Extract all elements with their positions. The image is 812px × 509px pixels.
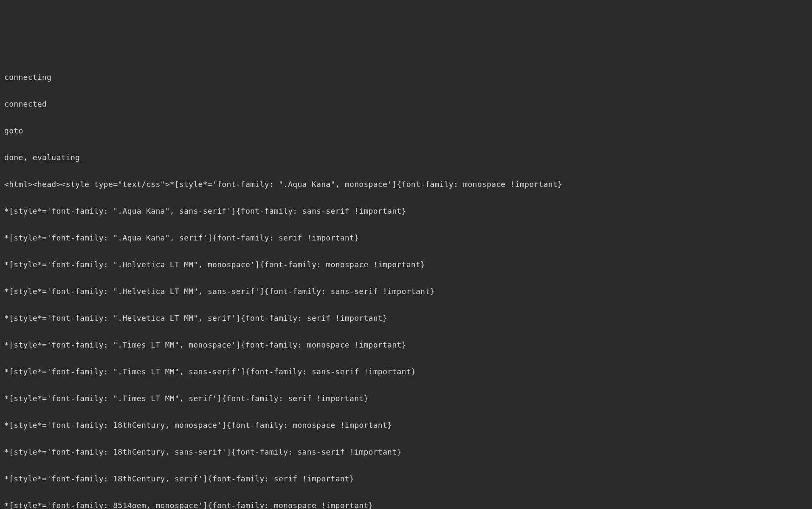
terminal-line: *[style*='font-family: ".Times LT MM", m… (4, 338, 808, 352)
terminal-line: *[style*='font-family: ".Helvetica LT MM… (4, 285, 808, 298)
terminal-line: *[style*='font-family: ".Aqua Kana", ser… (4, 231, 808, 245)
terminal-line: *[style*='font-family: 18thCentury, seri… (4, 472, 808, 486)
terminal-line: *[style*='font-family: ".Times LT MM", s… (4, 365, 808, 379)
terminal-line: goto (4, 124, 808, 138)
terminal-output: connecting connected goto done, evaluati… (4, 57, 808, 509)
terminal-line: *[style*='font-family: ".Aqua Kana", san… (4, 204, 808, 218)
terminal-line: <html><head><style type="text/css">*[sty… (4, 178, 808, 191)
terminal-line: *[style*='font-family: 8514oem, monospac… (4, 499, 808, 509)
terminal-line: connecting (4, 71, 808, 84)
terminal-line: done, evaluating (4, 151, 808, 164)
terminal-line: *[style*='font-family: ".Helvetica LT MM… (4, 311, 808, 325)
terminal-line: *[style*='font-family: ".Helvetica LT MM… (4, 258, 808, 271)
terminal-line: *[style*='font-family: 18thCentury, sans… (4, 445, 808, 459)
terminal-line: connected (4, 97, 808, 111)
terminal-line: *[style*='font-family: 18thCentury, mono… (4, 419, 808, 432)
terminal-line: *[style*='font-family: ".Times LT MM", s… (4, 392, 808, 405)
